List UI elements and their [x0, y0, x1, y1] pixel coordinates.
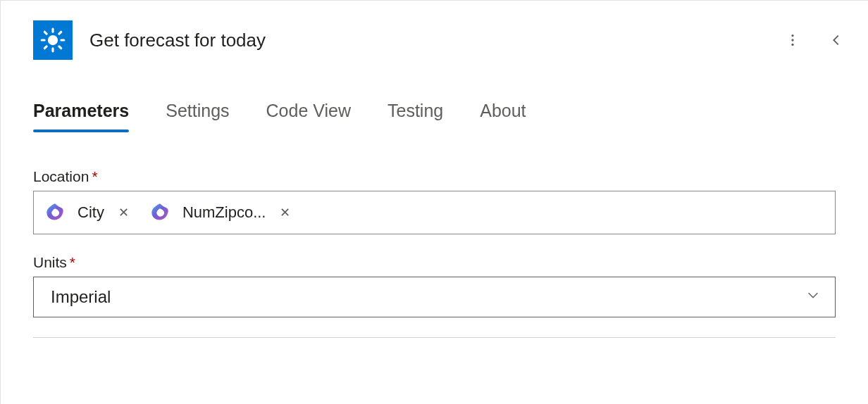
collapse-button[interactable]	[824, 28, 848, 52]
svg-point-0	[48, 35, 58, 45]
location-label-text: Location	[33, 168, 89, 184]
token-city-remove[interactable]: ✕	[114, 205, 133, 220]
copilot-icon	[147, 200, 173, 225]
svg-line-7	[44, 46, 46, 49]
header-actions	[781, 28, 848, 52]
section-divider	[33, 337, 836, 338]
field-location-label: Location*	[33, 168, 836, 185]
tab-code-view[interactable]: Code View	[266, 101, 351, 131]
token-zip-label: NumZipco...	[182, 203, 266, 222]
svg-line-3	[44, 32, 46, 34]
units-selected-value: Imperial	[51, 287, 111, 307]
field-units: Units* Imperial	[33, 254, 836, 317]
location-input[interactable]: City ✕ NumZipco... ✕	[33, 191, 836, 234]
units-select[interactable]: Imperial	[33, 277, 836, 317]
svg-line-4	[59, 46, 61, 49]
units-label-text: Units	[33, 254, 67, 270]
action-config-panel: Get forecast for today Parameters Settin…	[0, 0, 868, 404]
field-location: Location*	[33, 168, 836, 234]
chevron-left-icon	[829, 32, 844, 48]
svg-point-10	[791, 39, 793, 41]
more-options-button[interactable]	[781, 28, 805, 52]
connector-sun-icon	[33, 20, 73, 60]
tab-testing[interactable]: Testing	[388, 101, 443, 131]
field-units-label: Units*	[33, 254, 836, 271]
tab-content: Location*	[1, 132, 868, 317]
panel-header: Get forecast for today	[1, 1, 868, 60]
tab-parameters[interactable]: Parameters	[33, 101, 129, 131]
required-asterisk: *	[70, 254, 75, 270]
action-title: Get forecast for today	[89, 30, 764, 51]
svg-point-11	[791, 44, 793, 46]
tabs: Parameters Settings Code View Testing Ab…	[1, 60, 868, 132]
svg-point-9	[791, 34, 793, 37]
more-vertical-icon	[785, 32, 800, 48]
tab-settings[interactable]: Settings	[166, 101, 229, 131]
token-city-label: City	[78, 203, 104, 222]
token-city: City ✕	[39, 197, 136, 228]
svg-line-8	[59, 32, 61, 34]
token-zip-remove[interactable]: ✕	[275, 205, 294, 220]
token-zip: NumZipco... ✕	[144, 197, 298, 228]
required-asterisk: *	[92, 168, 97, 184]
chevron-down-icon	[805, 287, 821, 307]
copilot-icon	[42, 200, 68, 225]
tab-about[interactable]: About	[480, 101, 526, 131]
